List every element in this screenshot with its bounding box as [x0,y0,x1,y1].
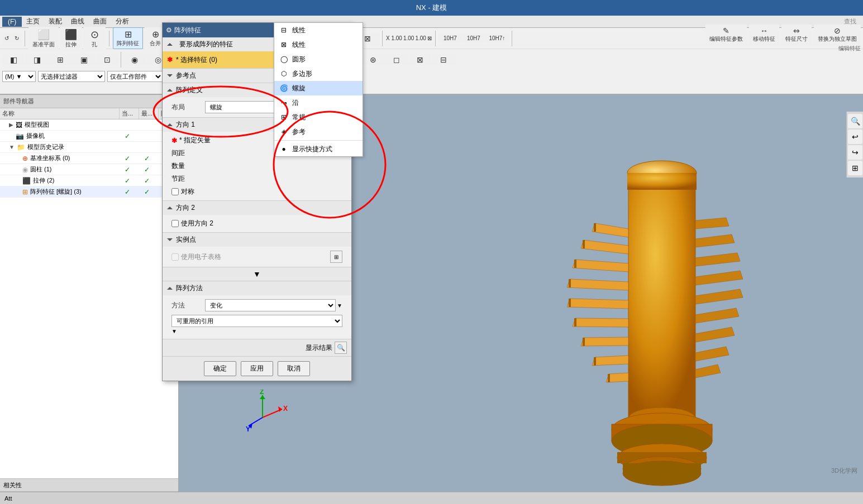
svg-marker-21 [695,347,729,361]
mode-select[interactable]: (M) ▼ [2,71,36,82]
tb-more-2[interactable]: 10H7 [463,34,485,42]
tb2-btn19[interactable]: ⊟ [432,54,455,65]
tb-more-1[interactable]: 10H7 [439,34,461,42]
replace-sketch-button[interactable]: ⊘ 替换为独立草图 [814,25,861,45]
use-dir2-checkbox[interactable] [171,220,179,227]
nav-item-datum-cs[interactable]: ▶ ⊕ 基准坐标系 (0) ✓ ✓ [0,153,178,164]
expand-section-area: ▼ [163,267,351,281]
dropdown-item-linear1[interactable]: ⊟ 线性 [274,23,363,37]
spreadsheet-label: 使用电子表格 [181,252,221,262]
reusable-ref-row: 可重用的引用 ▼ [167,313,347,337]
viewport-forward-btn[interactable]: ↪ [848,145,862,160]
use-dir2-row: 使用方向 2 [167,217,347,230]
coord-x: X 1.00 [386,35,402,41]
tb2-btn2[interactable]: ◨ [26,54,48,65]
menu-assembly[interactable]: 装配 [44,16,66,27]
nav-item-model-views[interactable]: ▶ 🖼 模型视图 [0,119,178,131]
nav-item-camera[interactable]: ▶ 📷 摄像机 ✓ [0,131,178,142]
tb2-btn1[interactable]: ◧ [2,54,25,65]
merge-icon: ⊕ [152,29,159,40]
section-direction2: 方向 2 使用方向 2 [163,201,351,233]
viewport-grid-btn[interactable]: ⊞ [848,161,862,175]
base-plane-button[interactable]: ⬜ 基准平面 [28,27,59,50]
svg-rect-26 [569,279,571,287]
expand-more-arrow[interactable]: ▼ [253,270,261,279]
move-feature-button[interactable]: ↔ 移动特征 [749,25,779,45]
tb2-btn17[interactable]: ◻ [385,54,408,65]
dialog-title-text: 阵列特征 [174,26,201,35]
spreadsheet-button[interactable]: ⊞ [330,251,342,263]
svg-marker-10 [573,318,628,327]
sep1 [25,31,25,46]
expand-icon-array: ▶ [16,189,20,195]
pitch-label: 节距 [171,174,185,184]
section-header-inst[interactable]: 实例点 [163,233,351,247]
model-svg [511,112,835,491]
sep7 [512,31,512,46]
col-latest: 最... [139,108,159,119]
redo-button[interactable]: ↻ [12,33,21,43]
nav-item-cylinder[interactable]: ▶ ◉ 圆柱 (1) ✓ ✓ [0,164,178,175]
spiral-icon: 🌀 [279,83,289,93]
dropdown-label-regular: 常规 [292,113,306,122]
workpart-select[interactable]: 仅在工作部件 [107,71,163,82]
nav-item-extrude[interactable]: ▶ ⬛ 拉伸 (2) ✓ ✓ [0,175,178,186]
cancel-button[interactable]: 取消 [278,361,310,376]
dropdown-item-regular[interactable]: ⊞ 常规 [274,110,363,124]
section-header-dir2[interactable]: 方向 2 [163,201,351,215]
show-results-btn[interactable]: 🔍 [335,342,347,354]
svg-rect-30 [594,357,596,366]
expand-icon-views: ▶ [9,122,13,128]
ok-button[interactable]: 确定 [204,361,236,376]
title-bar: NX - 建模 [0,0,863,16]
dropdown-item-reference[interactable]: ◈ 参考 [274,124,363,139]
sep6 [435,31,436,46]
linear1-icon: ⊟ [279,25,289,35]
nav-item-model-history[interactable]: ▼ 📁 模型历史记录 [0,142,178,153]
tb2-btn5[interactable]: ⊡ [96,54,118,65]
axis-indicator: X Z Y [246,390,290,436]
reusable-ref-select[interactable]: 可重用的引用 [171,315,342,327]
replace-icon: ⊘ [834,26,841,35]
specify-vector-asterisk: ✱ [171,137,177,145]
navigator-header: 部件导航器 [0,95,178,108]
tb2-btn18[interactable]: ⊠ [409,54,431,65]
tb2-btn16[interactable]: ⊛ [362,54,384,65]
menu-file[interactable]: (F) [2,17,22,27]
move-icon: ↔ [760,26,768,35]
tb-more-3[interactable]: 10H7↑ [486,34,508,42]
dropdown-item-shortcuts[interactable]: ● 显示快捷方式 [274,142,363,156]
undo-button[interactable]: ↺ [2,33,11,43]
tb2-btn4[interactable]: ▣ [73,54,95,65]
section-header-method[interactable]: 阵列方法 [163,281,351,295]
feature-size-button[interactable]: ⇔ 特征尺寸 [781,25,812,45]
relations-title: 相关性 [3,481,22,489]
extrude-nav-icon: ⬛ [22,177,31,185]
dropdown-item-along[interactable]: ↝ 沿 [274,95,363,110]
nav-item-array-spiral[interactable]: ▶ ⊞ 阵列特征 [螺旋] (3) ✓ ✓ ⚙ [0,186,178,198]
symmetric-checkbox[interactable] [171,188,179,195]
dropdown-item-spiral[interactable]: 🌀 螺旋 [274,81,363,95]
menu-curve[interactable]: 曲线 [66,16,89,27]
apply-button[interactable]: 应用 [241,361,273,376]
method-select[interactable]: 变化 [205,299,336,311]
spreadsheet-checkbox[interactable] [171,253,179,261]
viewport-back-btn[interactable]: ↩ [848,129,862,144]
dropdown-item-circular[interactable]: ◯ 圆形 [274,52,363,66]
dropdown-item-linear2[interactable]: ⊠ 线性 [274,37,363,52]
menu-analysis[interactable]: 分析 [111,16,133,27]
no-filter-select[interactable]: 无选择过滤器 [38,71,105,82]
tb2-btn6[interactable]: ◉ [123,54,146,65]
tb2-btn3[interactable]: ⊞ [49,54,71,65]
dropdown-item-polygon[interactable]: ⬡ 多边形 [274,66,363,81]
menu-home[interactable]: 主页 [22,16,44,27]
viewport-search-btn[interactable]: 🔍 [848,114,862,128]
svg-marker-6 [581,240,628,254]
expand-icon-extrude: ▶ [16,177,20,184]
hole-button[interactable]: ⊙ 孔 [83,27,106,50]
array-nav-icon: ⊞ [22,188,28,196]
menu-surface[interactable]: 曲面 [89,16,111,27]
extrude-button[interactable]: ⬛ 拉伸 [60,27,82,50]
array-feature-button[interactable]: ⊞ 阵列特征 [113,27,143,49]
edit-feature-params-button[interactable]: ✎ 编辑特征参数 [705,25,747,45]
